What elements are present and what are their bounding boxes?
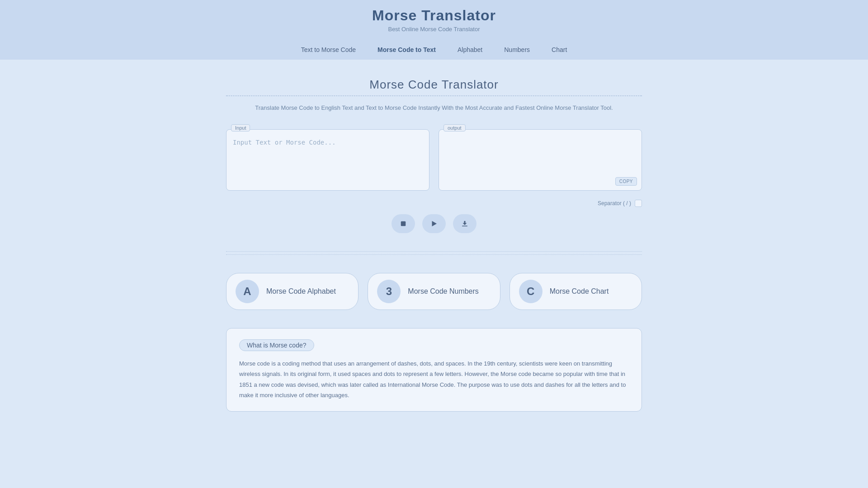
page-description: Translate Morse Code to English Text and… — [226, 103, 642, 113]
separator-row: Separator ( / ) — [226, 200, 642, 207]
separator-label: Separator ( / ) — [598, 200, 631, 206]
input-wrapper: Input — [226, 129, 429, 191]
play-button[interactable] — [422, 214, 446, 233]
svg-rect-0 — [401, 221, 406, 226]
info-question: What is Morse code? — [239, 339, 314, 351]
alphabet-card[interactable]: A Morse Code Alphabet — [226, 273, 359, 310]
stop-icon — [399, 220, 407, 228]
info-box: What is Morse code? Morse code is a codi… — [226, 328, 642, 412]
info-text: Morse code is a coding method that uses … — [239, 358, 629, 401]
page-title: Morse Code Translator — [226, 78, 642, 92]
feature-cards: A Morse Code Alphabet 3 Morse Code Numbe… — [226, 273, 642, 310]
nav-text-to-morse[interactable]: Text to Morse Code — [301, 45, 356, 54]
output-wrapper: output COPY — [439, 129, 642, 191]
main-nav: Text to Morse Code Morse Code to Text Al… — [0, 40, 868, 60]
nav-chart[interactable]: Chart — [552, 45, 567, 54]
input-label: Input — [231, 124, 250, 131]
controls — [226, 214, 642, 233]
header: Morse Translator Best Online Morse Code … — [0, 0, 868, 60]
copy-button[interactable]: COPY — [615, 177, 637, 186]
chart-label: Morse Code Chart — [550, 287, 609, 296]
output-content — [439, 130, 642, 188]
alphabet-icon: A — [236, 280, 259, 303]
main-content: Morse Code Translator Translate Morse Co… — [217, 60, 651, 430]
translator: Input output COPY — [226, 129, 642, 191]
nav-numbers[interactable]: Numbers — [504, 45, 530, 54]
download-icon — [461, 220, 469, 228]
site-title: Morse Translator — [0, 7, 868, 24]
output-label: output — [443, 124, 466, 131]
svg-marker-1 — [432, 221, 437, 226]
title-divider — [226, 95, 642, 96]
nav-morse-to-text[interactable]: Morse Code to Text — [377, 45, 436, 54]
numbers-card[interactable]: 3 Morse Code Numbers — [368, 273, 500, 310]
chart-card[interactable]: C Morse Code Chart — [509, 273, 642, 310]
separator-checkbox[interactable] — [635, 200, 642, 207]
alphabet-label: Morse Code Alphabet — [266, 287, 336, 296]
play-icon — [430, 220, 438, 228]
divider-1 — [226, 251, 642, 252]
divider-2 — [226, 254, 642, 255]
svg-rect-2 — [462, 225, 467, 226]
numbers-label: Morse Code Numbers — [408, 287, 479, 296]
section-divider — [226, 251, 642, 255]
download-button[interactable] — [453, 214, 476, 233]
chart-icon: C — [519, 280, 542, 303]
nav-alphabet[interactable]: Alphabet — [458, 45, 482, 54]
numbers-icon: 3 — [377, 280, 401, 303]
input-textarea[interactable] — [226, 130, 429, 188]
stop-button[interactable] — [392, 214, 415, 233]
site-subtitle: Best Online Morse Code Translator — [0, 26, 868, 33]
